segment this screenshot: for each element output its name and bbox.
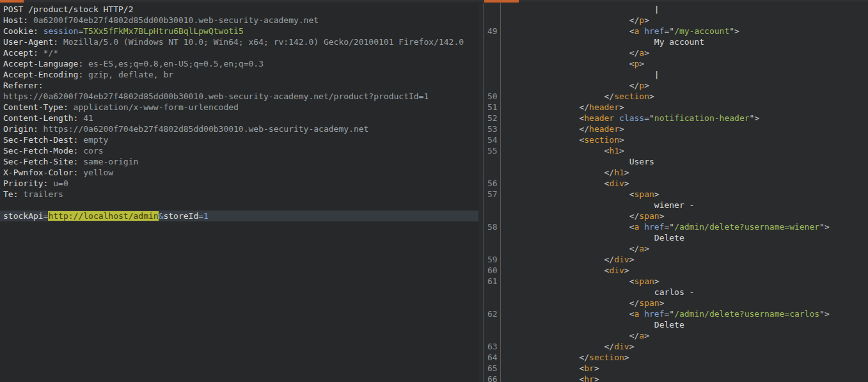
request-line[interactable]: Accept-Language: es-ES,es;q=0.8,en-US;q=… bbox=[0, 58, 478, 69]
text-token: " bbox=[819, 309, 825, 319]
text-token: storeId bbox=[163, 211, 198, 221]
tag-name-token: header bbox=[589, 124, 619, 134]
text-token: </ bbox=[629, 298, 640, 308]
text-token: </ bbox=[604, 92, 615, 101]
request-line[interactable] bbox=[0, 200, 478, 211]
text-token: empty bbox=[78, 135, 108, 145]
request-line[interactable]: Referer: bbox=[0, 80, 478, 91]
text-token: " bbox=[669, 309, 674, 319]
request-line[interactable]: Content-Type: application/x-www-form-url… bbox=[0, 102, 478, 113]
text-token: > bbox=[619, 102, 624, 112]
text-token: > bbox=[594, 374, 599, 382]
code-content: <a href="/admin/delete?username=wiener"> bbox=[504, 221, 830, 232]
response-line: </a> bbox=[478, 330, 868, 341]
tag-name-token: a bbox=[639, 48, 644, 58]
line-number: 55 bbox=[487, 145, 498, 156]
request-line[interactable]: Origin: https://0a6200f704eb27f4802d85dd… bbox=[0, 123, 478, 134]
text-token: stockApi bbox=[3, 211, 43, 221]
line-number: 66 bbox=[487, 374, 498, 382]
request-line[interactable]: X-Pwnfox-Color: yellow bbox=[0, 167, 478, 178]
response-line: 65 <br> bbox=[478, 363, 868, 374]
response-line: </span> bbox=[478, 211, 868, 221]
pane-splitter[interactable] bbox=[484, 3, 484, 382]
tag-name-token: a bbox=[639, 244, 644, 253]
tag-name-token: h1 bbox=[609, 146, 619, 155]
response-line: Delete bbox=[478, 232, 868, 243]
text-token: " bbox=[669, 26, 674, 36]
response-line: </a> bbox=[478, 243, 868, 254]
text-token: > bbox=[619, 146, 624, 155]
text-token: > bbox=[624, 353, 629, 362]
response-line: My account bbox=[478, 36, 868, 47]
request-line[interactable]: Content-Length: 41 bbox=[0, 113, 478, 123]
request-line[interactable]: Sec-Fetch-Mode: cors bbox=[0, 145, 478, 156]
text-token: Users bbox=[629, 157, 654, 166]
text-token: > bbox=[654, 276, 659, 286]
text-token: </ bbox=[579, 353, 589, 362]
text-token: cors bbox=[78, 146, 103, 155]
response-scroll-indicator bbox=[484, 0, 519, 3]
request-line[interactable]: Sec-Fetch-Site: same-origin bbox=[0, 156, 478, 167]
text-token bbox=[639, 222, 644, 232]
text-token bbox=[639, 26, 644, 36]
text-token bbox=[38, 26, 43, 36]
response-line: 55 <h1> bbox=[478, 145, 868, 156]
text-token: > bbox=[825, 222, 830, 232]
text-token: */* bbox=[38, 48, 58, 58]
response-line: | bbox=[478, 69, 868, 80]
request-line[interactable]: Sec-Fetch-Dest: empty bbox=[0, 134, 478, 145]
request-line[interactable]: Te: trailers bbox=[0, 189, 478, 200]
request-line[interactable]: Priority: u=0 bbox=[0, 178, 478, 189]
text-token: | bbox=[654, 70, 659, 79]
code-content: </section> bbox=[504, 352, 629, 363]
key-token: href bbox=[644, 222, 664, 232]
response-line: </a> bbox=[478, 47, 868, 58]
code-content: wiener - bbox=[504, 200, 694, 211]
text-token: Accept: bbox=[3, 48, 38, 58]
response-line: 60 <div> bbox=[478, 265, 868, 276]
text-token: gzip, deflate, br bbox=[83, 70, 173, 79]
repeater-window: POST /product/stock HTTP/2Host: 0a6200f7… bbox=[0, 0, 868, 382]
text-token: Te: bbox=[3, 189, 18, 199]
text-token: > bbox=[619, 135, 624, 145]
tag-name-token: div bbox=[614, 255, 629, 264]
response-viewer[interactable]: | </p>49 <a href="/my-account"> My accou… bbox=[478, 4, 868, 382]
response-line: 58 <a href="/admin/delete?username=wiene… bbox=[478, 221, 868, 232]
request-line[interactable]: https://0a6200f704eb27f4802d85dd00b30010… bbox=[0, 91, 478, 102]
request-line[interactable]: Accept-Encoding: gzip, deflate, br bbox=[0, 69, 478, 80]
text-token: = bbox=[644, 113, 649, 123]
text-token: Sec-Fetch-Site: bbox=[3, 157, 78, 166]
text-token: </ bbox=[629, 211, 640, 221]
response-line: 49 <a href="/my-account"> bbox=[478, 26, 868, 36]
tag-name-token: br bbox=[584, 363, 594, 373]
code-content: </span> bbox=[504, 211, 664, 221]
tag-name-token: hr bbox=[584, 374, 594, 382]
tag-name-token: p bbox=[639, 81, 644, 90]
code-content: </a> bbox=[504, 330, 649, 341]
request-line[interactable]: POST /product/stock HTTP/2 bbox=[0, 4, 478, 15]
request-editor[interactable]: POST /product/stock HTTP/2Host: 0a6200f7… bbox=[0, 4, 478, 382]
request-line[interactable]: User-Agent: Mozilla/5.0 (Windows NT 10.0… bbox=[0, 36, 478, 47]
response-line: 54 <section> bbox=[478, 134, 868, 145]
text-token: </ bbox=[629, 331, 640, 340]
code-content: carlos - bbox=[504, 287, 694, 298]
code-content: </header> bbox=[504, 102, 624, 113]
tag-name-token: div bbox=[609, 266, 624, 275]
line-number: 60 bbox=[487, 265, 498, 276]
request-body-selected-line[interactable]: stockApi=http://localhost/admin&storeId=… bbox=[0, 211, 478, 221]
response-line: 53 </header> bbox=[478, 123, 868, 134]
text-token: < bbox=[629, 189, 635, 199]
request-line[interactable]: Host: 0a6200f704eb27f4802d85dd00b30010.w… bbox=[0, 15, 478, 26]
tag-name-token: header bbox=[584, 113, 614, 123]
text-token: > bbox=[654, 189, 659, 199]
text-token: Mozilla/5.0 (Windows NT 10.0; Win64; x64… bbox=[58, 37, 464, 47]
text-token: " bbox=[669, 222, 674, 232]
code-content: </a> bbox=[504, 47, 649, 58]
request-line[interactable]: Cookie: session=T5Xx5fFkMx7BLpHtru6BqlLp… bbox=[0, 26, 478, 36]
text-token: carlos - bbox=[654, 287, 695, 297]
text-token: > bbox=[734, 26, 739, 36]
text-token: > bbox=[825, 309, 830, 319]
code-content: <br> bbox=[504, 363, 599, 374]
text-token: trailers bbox=[18, 189, 63, 199]
request-line[interactable]: Accept: */* bbox=[0, 47, 478, 58]
